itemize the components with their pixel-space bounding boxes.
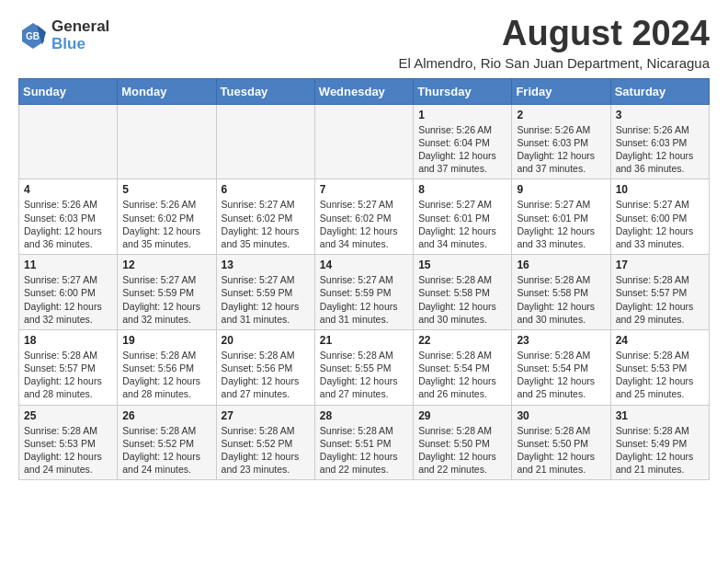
day-number: 6 <box>222 183 310 196</box>
day-info: Sunrise: 5:28 AMSunset: 5:52 PMDaylight:… <box>122 424 210 477</box>
calendar-cell: 25Sunrise: 5:28 AMSunset: 5:53 PMDayligh… <box>19 405 118 480</box>
day-info: Sunrise: 5:28 AMSunset: 5:56 PMDaylight:… <box>222 349 310 401</box>
day-number: 14 <box>320 259 408 271</box>
day-info: Sunrise: 5:28 AMSunset: 5:54 PMDaylight:… <box>418 349 506 401</box>
calendar-week-1: 1Sunrise: 5:26 AMSunset: 6:04 PMDaylight… <box>19 104 710 179</box>
day-number: 7 <box>320 183 408 196</box>
calendar-header-sunday: Sunday <box>19 78 118 104</box>
calendar-header-saturday: Saturday <box>610 78 709 104</box>
day-number: 17 <box>616 259 704 271</box>
calendar-cell <box>314 104 413 179</box>
calendar-cell: 30Sunrise: 5:28 AMSunset: 5:50 PMDayligh… <box>512 405 610 480</box>
calendar-cell: 23Sunrise: 5:28 AMSunset: 5:54 PMDayligh… <box>512 329 610 405</box>
calendar-cell: 27Sunrise: 5:28 AMSunset: 5:52 PMDayligh… <box>216 405 314 480</box>
calendar-cell: 9Sunrise: 5:27 AMSunset: 6:01 PMDaylight… <box>512 179 610 255</box>
day-number: 27 <box>222 409 310 422</box>
calendar-cell: 10Sunrise: 5:27 AMSunset: 6:00 PMDayligh… <box>610 179 709 255</box>
calendar-cell: 29Sunrise: 5:28 AMSunset: 5:50 PMDayligh… <box>414 405 512 480</box>
calendar-header-friday: Friday <box>512 78 610 104</box>
calendar-cell: 12Sunrise: 5:27 AMSunset: 5:59 PMDayligh… <box>118 255 216 330</box>
day-info: Sunrise: 5:28 AMSunset: 5:49 PMDaylight:… <box>616 424 704 477</box>
day-number: 8 <box>418 183 506 196</box>
calendar-cell: 2Sunrise: 5:26 AMSunset: 6:03 PMDaylight… <box>512 104 610 179</box>
calendar-header-wednesday: Wednesday <box>314 78 413 104</box>
day-info: Sunrise: 5:27 AMSunset: 6:02 PMDaylight:… <box>320 198 408 250</box>
day-info: Sunrise: 5:28 AMSunset: 5:51 PMDaylight:… <box>320 424 408 477</box>
day-info: Sunrise: 5:28 AMSunset: 5:58 PMDaylight:… <box>418 273 506 326</box>
day-number: 23 <box>517 334 605 347</box>
day-info: Sunrise: 5:28 AMSunset: 5:55 PMDaylight:… <box>320 349 408 401</box>
day-number: 28 <box>320 409 408 422</box>
calendar-cell: 28Sunrise: 5:28 AMSunset: 5:51 PMDayligh… <box>314 405 413 480</box>
day-number: 3 <box>616 109 704 121</box>
day-number: 26 <box>122 409 210 422</box>
calendar-cell: 7Sunrise: 5:27 AMSunset: 6:02 PMDaylight… <box>314 179 413 255</box>
calendar-header-monday: Monday <box>118 78 216 104</box>
day-info: Sunrise: 5:27 AMSunset: 6:00 PMDaylight:… <box>24 273 112 326</box>
calendar-table: SundayMondayTuesdayWednesdayThursdayFrid… <box>18 78 710 480</box>
day-info: Sunrise: 5:28 AMSunset: 5:53 PMDaylight:… <box>24 424 112 477</box>
calendar-week-5: 25Sunrise: 5:28 AMSunset: 5:53 PMDayligh… <box>19 405 710 480</box>
day-info: Sunrise: 5:26 AMSunset: 6:03 PMDaylight:… <box>24 198 112 250</box>
day-info: Sunrise: 5:27 AMSunset: 5:59 PMDaylight:… <box>122 273 210 326</box>
calendar-week-2: 4Sunrise: 5:26 AMSunset: 6:03 PMDaylight… <box>19 179 710 255</box>
day-number: 15 <box>418 259 506 271</box>
calendar-body: 1Sunrise: 5:26 AMSunset: 6:04 PMDaylight… <box>19 104 710 479</box>
calendar-cell: 13Sunrise: 5:27 AMSunset: 5:59 PMDayligh… <box>216 255 314 330</box>
calendar-cell: 22Sunrise: 5:28 AMSunset: 5:54 PMDayligh… <box>414 329 512 405</box>
day-info: Sunrise: 5:27 AMSunset: 6:01 PMDaylight:… <box>517 198 605 250</box>
calendar-cell: 21Sunrise: 5:28 AMSunset: 5:55 PMDayligh… <box>314 329 413 405</box>
calendar-week-4: 18Sunrise: 5:28 AMSunset: 5:57 PMDayligh… <box>19 329 710 405</box>
day-info: Sunrise: 5:26 AMSunset: 6:02 PMDaylight:… <box>122 198 210 250</box>
day-number: 1 <box>418 109 506 121</box>
day-info: Sunrise: 5:28 AMSunset: 5:52 PMDaylight:… <box>222 424 310 477</box>
day-number: 22 <box>418 334 506 347</box>
day-number: 9 <box>517 183 605 196</box>
calendar-cell: 26Sunrise: 5:28 AMSunset: 5:52 PMDayligh… <box>118 405 216 480</box>
calendar-cell <box>118 104 216 179</box>
calendar-cell <box>19 104 118 179</box>
day-number: 24 <box>616 334 704 347</box>
logo-text: General Blue <box>51 18 109 52</box>
day-info: Sunrise: 5:26 AMSunset: 6:03 PMDaylight:… <box>517 123 605 176</box>
calendar-cell: 31Sunrise: 5:28 AMSunset: 5:49 PMDayligh… <box>610 405 709 480</box>
day-number: 4 <box>24 183 112 196</box>
subtitle: El Almendro, Rio San Juan Department, Ni… <box>398 55 710 71</box>
main-title: August 2024 <box>398 15 710 53</box>
day-info: Sunrise: 5:27 AMSunset: 5:59 PMDaylight:… <box>222 273 310 326</box>
day-info: Sunrise: 5:28 AMSunset: 5:57 PMDaylight:… <box>616 273 704 326</box>
calendar-cell: 5Sunrise: 5:26 AMSunset: 6:02 PMDaylight… <box>118 179 216 255</box>
calendar-cell: 15Sunrise: 5:28 AMSunset: 5:58 PMDayligh… <box>414 255 512 330</box>
day-number: 18 <box>24 334 112 347</box>
calendar-cell: 6Sunrise: 5:27 AMSunset: 6:02 PMDaylight… <box>216 179 314 255</box>
calendar-cell: 24Sunrise: 5:28 AMSunset: 5:53 PMDayligh… <box>610 329 709 405</box>
calendar-cell: 17Sunrise: 5:28 AMSunset: 5:57 PMDayligh… <box>610 255 709 330</box>
day-number: 31 <box>616 409 704 422</box>
title-section: August 2024 El Almendro, Rio San Juan De… <box>398 15 710 71</box>
day-number: 30 <box>517 409 605 422</box>
calendar-cell: 1Sunrise: 5:26 AMSunset: 6:04 PMDaylight… <box>414 104 512 179</box>
calendar-week-3: 11Sunrise: 5:27 AMSunset: 6:00 PMDayligh… <box>19 255 710 330</box>
logo-general-text: General <box>51 18 109 36</box>
day-info: Sunrise: 5:27 AMSunset: 6:00 PMDaylight:… <box>616 198 704 250</box>
day-number: 19 <box>122 334 210 347</box>
logo-blue-text: Blue <box>51 36 109 53</box>
day-number: 16 <box>517 259 605 271</box>
logo: GB General Blue <box>18 18 109 52</box>
day-info: Sunrise: 5:27 AMSunset: 5:59 PMDaylight:… <box>320 273 408 326</box>
day-number: 11 <box>24 259 112 271</box>
day-info: Sunrise: 5:28 AMSunset: 5:56 PMDaylight:… <box>122 349 210 401</box>
calendar-cell: 16Sunrise: 5:28 AMSunset: 5:58 PMDayligh… <box>512 255 610 330</box>
day-number: 13 <box>222 259 310 271</box>
svg-text:GB: GB <box>26 31 40 41</box>
calendar-header: SundayMondayTuesdayWednesdayThursdayFrid… <box>19 78 710 104</box>
calendar-cell: 8Sunrise: 5:27 AMSunset: 6:01 PMDaylight… <box>414 179 512 255</box>
day-info: Sunrise: 5:28 AMSunset: 5:53 PMDaylight:… <box>616 349 704 401</box>
calendar-header-tuesday: Tuesday <box>216 78 314 104</box>
day-number: 5 <box>122 183 210 196</box>
day-info: Sunrise: 5:26 AMSunset: 6:03 PMDaylight:… <box>616 123 704 176</box>
day-info: Sunrise: 5:28 AMSunset: 5:50 PMDaylight:… <box>418 424 506 477</box>
calendar-cell: 18Sunrise: 5:28 AMSunset: 5:57 PMDayligh… <box>19 329 118 405</box>
calendar-cell: 19Sunrise: 5:28 AMSunset: 5:56 PMDayligh… <box>118 329 216 405</box>
day-number: 10 <box>616 183 704 196</box>
